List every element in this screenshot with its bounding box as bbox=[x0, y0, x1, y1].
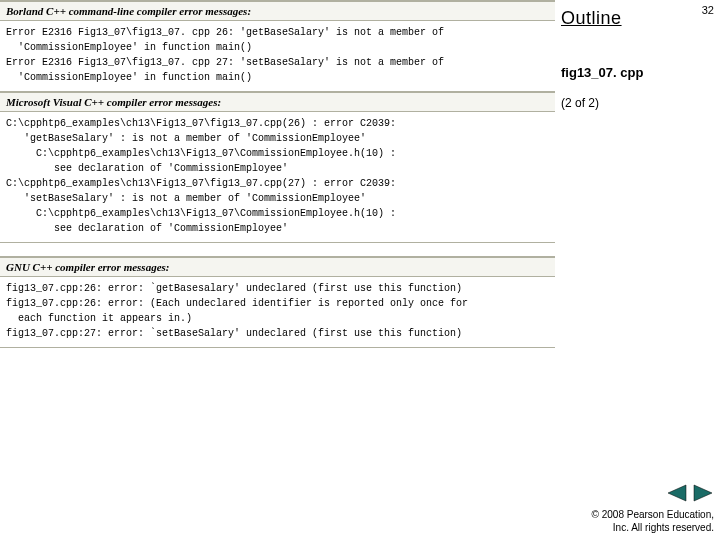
nav-next-icon[interactable] bbox=[692, 484, 714, 502]
copyright-line-2: Inc. All rights reserved. bbox=[549, 521, 714, 534]
nav-prev-icon[interactable] bbox=[666, 484, 688, 502]
slide-number: 32 bbox=[702, 4, 714, 16]
content-panel: Borland C++ command-line compiler error … bbox=[0, 0, 555, 540]
filename-label: fig13_07. cpp bbox=[561, 65, 714, 80]
section-header-borland: Borland C++ command-line compiler error … bbox=[0, 1, 555, 21]
compiler-output-msvc: C:\cpphtp6_examples\ch13\Fig13_07\fig13_… bbox=[0, 112, 555, 243]
section-header-gnu: GNU C++ compiler error messages: bbox=[0, 257, 555, 277]
svg-marker-1 bbox=[694, 485, 712, 501]
spacer-row bbox=[0, 243, 555, 257]
compiler-output-gnu: fig13_07.cpp:26: error: `getBasesalary' … bbox=[0, 277, 555, 348]
sidebar: 32 Outline fig13_07. cpp (2 of 2) bbox=[555, 0, 720, 540]
svg-marker-0 bbox=[668, 485, 686, 501]
page-indicator: (2 of 2) bbox=[561, 96, 714, 110]
section-header-msvc: Microsoft Visual C++ compiler error mess… bbox=[0, 92, 555, 112]
copyright-line-1: © 2008 Pearson Education, bbox=[549, 508, 714, 521]
outline-title: Outline bbox=[561, 8, 714, 29]
compiler-output-borland: Error E2316 Fig13_07\fig13_07. cpp 26: '… bbox=[0, 21, 555, 92]
footer: © 2008 Pearson Education, Inc. All right… bbox=[549, 484, 714, 534]
